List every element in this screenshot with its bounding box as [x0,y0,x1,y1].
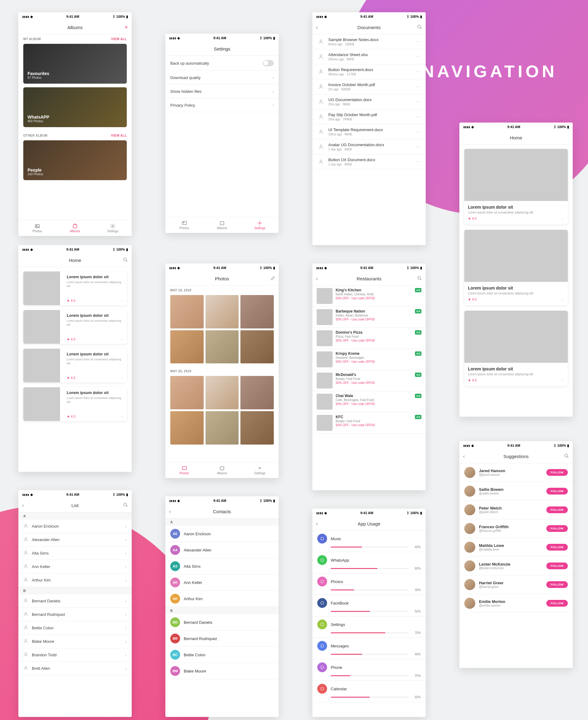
photo-thumbnail[interactable] [170,376,204,409]
contact-row[interactable]: AK Arthur Kim [165,591,279,607]
restaurant-row[interactable]: Krispy Kreme Desserts, Beverages 50% OFF… [312,349,426,370]
user-avatar[interactable] [464,467,475,478]
search-button[interactable] [123,258,128,264]
document-row[interactable]: Invoice October Month.pdf1hr ago 600KB ⋯ [312,79,426,95]
tab-photos[interactable]: Photos [18,220,56,236]
usage-row[interactable]: Photos 30% [312,574,426,595]
search-button[interactable] [417,24,422,30]
contact-row[interactable]: BM Blake Moore [165,663,279,679]
document-row[interactable]: Button Requirement.docx45mins ago 117KB … [312,64,426,79]
home-item[interactable]: Lorem ipsum dolor sit Lorem ipsum dolor … [23,349,127,383]
usage-row[interactable]: Settings 70% [312,616,426,638]
document-row[interactable]: Button UX Document.docx1 day ago 38KB ⋯ [312,155,426,169]
restaurant-row[interactable]: Domino's Pizza Pizza, Fast Food 50% OFF … [312,328,426,349]
list-item[interactable]: Blake Moore › [18,635,132,648]
photo-thumbnail[interactable] [240,295,274,328]
usage-row[interactable]: WhatsApp 60% [312,552,426,574]
settings-row[interactable]: Show hidden files› [165,85,279,98]
back-button[interactable]: ‹ [316,520,318,527]
list-item[interactable]: Brett Allen › [18,662,132,675]
contact-row[interactable]: AK Ann Keller [165,574,279,591]
photo-thumbnail[interactable] [240,330,274,364]
more-button[interactable]: ⋯ [417,55,421,59]
more-button[interactable]: ⋯ [417,85,421,89]
home-item[interactable]: Lorem ipsum dolor sit Lorem ipsum dolor … [23,387,127,421]
search-button[interactable] [417,276,422,282]
tab-photos[interactable]: Photos [165,217,203,233]
contact-row[interactable]: AE Aaron Erickson [165,526,279,542]
document-row[interactable]: UG Documentation.docx2hrs ago 98KB ⋯ [312,95,426,109]
back-button[interactable]: ‹ [169,508,171,515]
home-item[interactable]: Lorem ipsum dolor sit Lorem ipsum dolor … [23,271,127,305]
user-avatar[interactable] [464,542,475,553]
tab-settings[interactable]: Settings [241,217,279,233]
contact-row[interactable]: BR Bernard Rodriquez [165,631,279,647]
photo-thumbnail[interactable] [170,330,204,364]
photo-thumbnail[interactable] [206,411,239,445]
usage-row[interactable]: FaceBook 50% [312,595,426,616]
usage-row[interactable]: Calendar 50% [312,681,426,702]
document-row[interactable]: Attendance Sheet.xlsx20mins ago 86KB ⋯ [312,49,426,64]
user-avatar[interactable] [464,579,475,590]
settings-row[interactable]: Privacy Policy› [165,98,279,112]
restaurant-row[interactable]: Barbeque Nation Indian, Asian, Barbecue … [312,307,426,328]
more-button[interactable]: ⋯ [417,160,421,164]
usage-row[interactable]: Messages 40% [312,638,426,659]
tab-albums[interactable]: Albums [203,217,241,233]
follow-button[interactable]: FOLLOW [546,507,568,513]
user-avatar[interactable] [464,523,475,534]
restaurant-row[interactable]: McDonald's Burger, Fast Food 50% OFF - U… [312,370,426,391]
list-item[interactable]: Alta Sims › [18,547,132,560]
follow-button[interactable]: FOLLOW [546,469,568,476]
list-item[interactable]: Ann Keller › [18,560,132,574]
photo-thumbnail[interactable] [206,376,239,409]
photo-thumbnail[interactable] [170,295,204,328]
follow-button[interactable]: FOLLOW [546,544,568,551]
follow-button[interactable]: FOLLOW [546,600,568,606]
photo-thumbnail[interactable] [206,295,239,328]
tab-albums[interactable]: Albums [203,462,241,478]
more-button[interactable]: ⋯ [417,69,421,74]
home-card[interactable]: Lorem ipsum dolor sit Lorem ipsum dolor … [464,311,568,386]
tab-settings[interactable]: Settings [241,462,279,478]
album-card[interactable]: People143 Photos [23,140,127,180]
back-button[interactable]: ‹ [22,502,24,509]
tab-settings[interactable]: Settings [94,220,132,236]
more-button[interactable]: ⋯ [417,115,421,119]
more-button[interactable]: ⋯ [417,100,421,104]
restaurant-row[interactable]: King's Kitchen North Indian, Chinese, Ro… [312,286,426,307]
settings-row[interactable]: Back up automatically [165,56,279,71]
photo-thumbnail[interactable] [240,376,274,409]
follow-button[interactable]: FOLLOW [546,581,568,588]
contact-row[interactable]: AA Alexander Allen [165,542,279,558]
usage-row[interactable]: Phone 25% [312,659,426,681]
list-item[interactable]: Brandon Todd › [18,648,132,662]
usage-row[interactable]: Music 40% [312,531,426,552]
contact-row[interactable]: BD Bernard Daniels [165,614,279,631]
user-avatar[interactable] [464,486,475,497]
list-item[interactable]: Bettie Colon › [18,621,132,635]
list-item[interactable]: Aaron Erickson › [18,520,132,533]
photo-thumbnail[interactable] [206,330,239,364]
document-row[interactable]: UI Template Requirement.docx19hrs ago 48… [312,124,426,139]
tab-albums[interactable]: Albums [56,220,94,236]
back-button[interactable]: ‹ [463,453,465,459]
edit-button[interactable] [271,276,275,282]
album-card[interactable]: WhatsAPP450 Photos [23,87,127,127]
album-card[interactable]: Favourites67 Photos [23,44,127,84]
add-button[interactable]: + [124,24,128,31]
view-all-link[interactable]: VIEW ALL [111,37,127,41]
follow-button[interactable]: FOLLOW [546,525,568,532]
contact-row[interactable]: AS Alta Sims [165,558,279,574]
home-item[interactable]: Lorem ipsum dolor sit Lorem ipsum dolor … [23,310,127,344]
settings-row[interactable]: Download quality› [165,71,279,85]
list-item[interactable]: Bernard Rodriquez › [18,608,132,621]
home-card[interactable]: Lorem ipsum dolor sit Lorem ipsum dolor … [464,230,568,305]
back-button[interactable]: ‹ [316,24,318,30]
contact-row[interactable]: BC Bettie Colon [165,647,279,663]
search-button[interactable] [564,453,569,459]
document-row[interactable]: Sample Browser Notes.docx8mins ago 100KB… [312,34,426,49]
view-all-link[interactable]: VIEW ALL [111,134,127,137]
more-button[interactable]: ⋯ [417,145,421,149]
document-row[interactable]: Avatar UG Documentation.docx1 day ago 45… [312,139,426,155]
